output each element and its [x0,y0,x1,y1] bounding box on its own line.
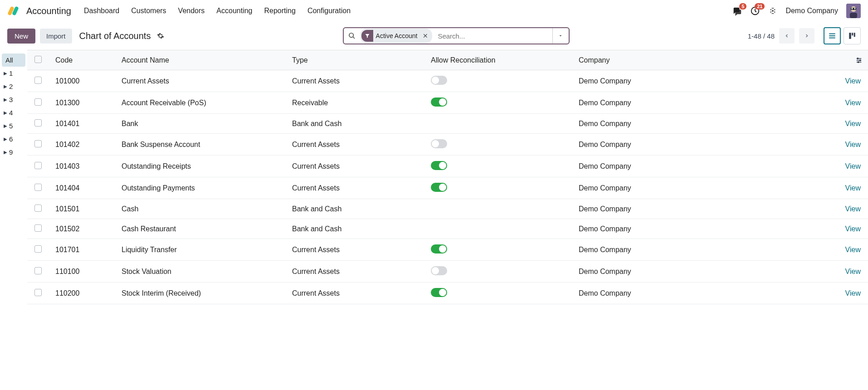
cell-type: Bank and Cash [292,120,424,128]
debug-icon[interactable] [768,6,777,15]
reconciliation-toggle[interactable] [431,161,447,170]
col-header-name[interactable]: Account Name [122,56,285,64]
view-link[interactable]: View [845,246,861,253]
view-link[interactable]: View [845,162,861,170]
table-row[interactable]: 101502Cash RestaurantBank and CashDemo C… [27,219,868,239]
nav-accounting[interactable]: Accounting [216,7,252,15]
view-link[interactable]: View [845,99,861,107]
select-all-checkbox[interactable] [34,56,42,63]
kanban-view-button[interactable] [844,27,861,44]
col-header-recon[interactable]: Allow Reconciliation [431,56,571,64]
table-row[interactable]: 110200Stock Interim (Received)Current As… [27,283,868,304]
nav-customers[interactable]: Customers [131,7,166,15]
activities-badge: 21 [755,3,765,10]
view-link[interactable]: View [845,205,861,213]
view-link[interactable]: View [845,77,861,85]
view-link[interactable]: View [845,268,861,275]
reconciliation-toggle[interactable] [431,98,447,107]
table-row[interactable]: 101402Bank Suspense AccountCurrent Asset… [27,134,868,156]
cell-recon [431,161,571,171]
col-header-code[interactable]: Code [55,56,114,64]
nav-configuration[interactable]: Configuration [307,7,351,15]
table-row[interactable]: 101000Current AssetsCurrent AssetsDemo C… [27,70,868,92]
svg-point-10 [349,33,353,37]
search-dropdown-icon[interactable] [552,28,569,44]
activities-icon[interactable]: 21 [750,6,760,16]
row-checkbox[interactable] [34,162,42,169]
view-switcher [824,27,861,44]
svg-rect-11 [849,33,851,39]
row-checkbox[interactable] [34,245,42,253]
search-icon[interactable] [344,32,360,39]
view-link[interactable]: View [845,289,861,297]
table-row[interactable]: 101501CashBank and CashDemo CompanyView [27,199,868,219]
svg-point-3 [773,10,774,11]
table-row[interactable]: 101401BankBank and CashDemo CompanyView [27,114,868,134]
col-header-type[interactable]: Type [292,56,424,64]
pager-text[interactable]: 1-48 / 48 [748,32,775,40]
cell-recon [431,266,571,277]
cell-recon [431,76,571,86]
nav-reporting[interactable]: Reporting [264,7,296,15]
sidebar-item-all[interactable]: All [2,54,25,67]
sidebar-item-5[interactable]: ▶5 [0,119,27,132]
row-checkbox[interactable] [34,184,42,191]
company-name[interactable]: Demo Company [785,7,838,15]
table-row[interactable]: 101701Liquidity TransferCurrent AssetsDe… [27,239,868,261]
caret-right-icon: ▶ [4,123,7,128]
cell-type: Current Assets [292,246,424,254]
nav-dashboard[interactable]: Dashboard [84,7,119,15]
row-checkbox[interactable] [34,98,42,106]
view-link[interactable]: View [845,225,861,233]
svg-point-9 [854,8,856,10]
reconciliation-toggle[interactable] [431,244,447,253]
cell-name: Stock Valuation [122,268,285,276]
sidebar-item-4[interactable]: ▶4 [0,106,27,119]
sidebar-item-3[interactable]: ▶3 [0,93,27,106]
sidebar-item-2[interactable]: ▶2 [0,80,27,93]
table-row[interactable]: 101403Outstanding ReceiptsCurrent Assets… [27,156,868,177]
list-view-button[interactable] [824,27,841,44]
view-link[interactable]: View [845,120,861,127]
row-checkbox[interactable] [34,119,42,127]
nav-vendors[interactable]: Vendors [178,7,205,15]
remove-filter-icon[interactable]: ✕ [420,32,431,39]
reconciliation-toggle[interactable] [431,266,447,275]
column-settings-icon[interactable] [855,57,863,64]
cell-type: Bank and Cash [292,205,424,213]
table-row[interactable]: 101300Account Receivable (PoS)Receivable… [27,92,868,114]
row-checkbox[interactable] [34,267,42,274]
row-checkbox[interactable] [34,140,42,147]
messages-icon[interactable]: 5 [732,6,742,16]
new-button[interactable]: New [7,29,35,44]
gear-icon[interactable] [157,32,164,39]
view-link[interactable]: View [845,141,861,148]
cell-code: 101300 [55,99,114,107]
pager-prev-button[interactable] [779,28,795,44]
filter-icon [361,30,373,42]
table-row[interactable]: 101404Outstanding PaymentsCurrent Assets… [27,177,868,199]
app-name[interactable]: Accounting [26,6,71,16]
reconciliation-toggle[interactable] [431,288,447,297]
pager-next-button[interactable] [799,28,814,44]
col-header-company[interactable]: Company [579,56,826,64]
view-link[interactable]: View [845,184,861,192]
sidebar-item-1[interactable]: ▶1 [0,67,27,80]
row-checkbox[interactable] [34,77,42,84]
row-checkbox[interactable] [34,224,42,232]
table-row[interactable]: 110100Stock ValuationCurrent AssetsDemo … [27,261,868,283]
sidebar-item-9[interactable]: ▶9 [0,146,27,159]
sidebar-item-6[interactable]: ▶6 [0,132,27,146]
row-checkbox[interactable] [34,289,42,296]
sidebar: All ▶1▶2▶3▶4▶5▶6▶9 [0,50,27,304]
cell-name: Outstanding Receipts [122,162,285,171]
import-button[interactable]: Import [40,29,72,44]
row-checkbox[interactable] [34,205,42,212]
reconciliation-toggle[interactable] [431,183,447,192]
cell-recon [431,244,571,255]
reconciliation-toggle[interactable] [431,139,447,148]
user-avatar[interactable] [846,4,861,18]
reconciliation-toggle[interactable] [431,76,447,85]
search-input[interactable] [435,32,552,40]
control-bar: New Import Chart of Accounts Active Acco… [0,22,868,50]
